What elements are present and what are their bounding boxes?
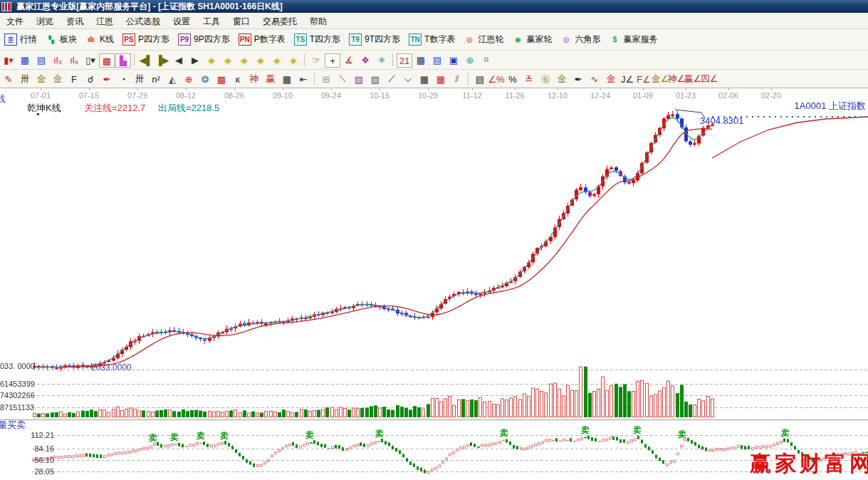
pattern-window-icon[interactable]: ▦ [17,53,33,67]
toolbar-button-六角形[interactable]: ◎六角形 [557,31,604,47]
grid-ruler-icon[interactable]: ▦ [279,72,295,86]
notes-icon[interactable]: ▤ [429,53,445,67]
span-measure-icon[interactable]: ⇤ [296,72,311,86]
title-bar[interactable]: 赢家江恩专业版[赢家内部服务平台] - [上证指数 SH1A0001-166日K… [0,0,868,13]
net-tool-icon[interactable]: ⊛ [462,53,478,67]
save-icon[interactable]: ▣ [446,53,461,67]
shen-ruler-icon[interactable]: 神 [246,72,262,86]
angle-measure-icon[interactable]: ∡ [341,53,357,67]
gold-red-icon[interactable]: 金 [603,72,619,86]
kline-type-dropdown[interactable]: ▯▾ [83,53,98,67]
percent-angle-icon[interactable]: ∠% [488,72,504,86]
list-scale-icon[interactable]: ▤ [472,72,488,86]
diamond-left-icon[interactable]: ◈ [204,53,219,67]
menu-item-交易委托[interactable]: 交易委托 [256,13,303,28]
kline-dropdown-caret[interactable]: ▼ [36,112,41,117]
menu-item-工具[interactable]: 工具 [197,13,226,28]
square-number-icon[interactable]: n² [148,72,164,86]
k-mark-icon[interactable]: ĸ [230,72,246,86]
menu-item-帮助[interactable]: 帮助 [303,13,333,28]
calculator-icon[interactable]: ▦ [413,53,429,67]
menu-item-公式选股[interactable]: 公式选股 [120,13,167,28]
fan-rays-icon[interactable]: ⟍ [335,72,350,86]
last-page-icon[interactable]: ▐▶ [155,53,170,67]
gold-angle-icon[interactable]: 金∠ [652,72,668,86]
computer-icon[interactable]: ⌗ [479,53,494,67]
hatch-box2-icon[interactable]: ▨ [367,72,383,86]
brain-pattern-icon[interactable]: ✳ [374,53,389,67]
gann-shape-icon[interactable]: ❖ [357,53,373,67]
diamond-right-icon[interactable]: ◈ [220,53,236,67]
toolbar-button-T四方形[interactable]: TST四方形 [291,31,344,47]
ying-angle-icon[interactable]: 赢∠ [685,72,701,86]
info-panel-icon[interactable]: ▤ [33,53,49,67]
toolbar-button-T数字表[interactable]: TNT数字表 [405,31,459,47]
calendar-icon[interactable]: 21 [397,53,412,68]
toolbar-button-P四方形[interactable]: PSP四方形 [119,31,173,47]
diamond-h-icon[interactable]: ◈ [236,53,252,67]
spiral-tool-icon[interactable]: ☌ [83,72,98,86]
j-angle-icon[interactable]: J∠ [619,72,635,86]
gold-ruler2-icon[interactable]: 金 [50,72,66,86]
indicator-panel-label[interactable]: 量买卖 [0,419,26,432]
next-icon[interactable]: ▶ [187,53,203,67]
window-grid-icon[interactable]: ⊞ [318,72,334,86]
ruler-tool-icon[interactable]: 卅 [17,72,33,86]
percent-lines-icon[interactable]: ≚ [521,72,537,86]
grid-red-icon[interactable]: ▦ [433,72,449,86]
gold-ruler-icon[interactable]: 金 [33,72,49,86]
f-ruler-icon[interactable]: F [66,72,82,86]
toolbar-button-9P四方形[interactable]: P99P四方形 [174,31,234,47]
kline-chart-canvas[interactable] [0,88,868,480]
trend-pen-icon[interactable]: ⟋ [384,72,399,86]
diamond-all-icon[interactable]: ◈ [286,53,301,67]
gold-circle-icon[interactable]: ㊎ [538,72,553,86]
prev-icon[interactable]: ◀ [171,53,187,67]
hand-tool-icon[interactable]: ☞ [308,53,324,67]
toolbar-button-板块[interactable]: ▚板块 [42,31,80,47]
f-angle-icon[interactable]: F∠ [636,72,652,86]
target-circle-icon[interactable]: ⊕ [181,72,197,86]
pen-tool-icon[interactable]: ✒ [99,72,115,86]
time-circle-icon[interactable]: ◔ [115,72,131,86]
grid-box-icon[interactable]: ▩ [214,72,229,86]
ink-pen-icon[interactable]: ✒ [570,72,586,86]
gold-lines-icon[interactable]: 金 [554,72,570,86]
percent-icon[interactable]: % [505,72,521,86]
menu-item-设置[interactable]: 设置 [167,13,197,28]
grid-dark-icon[interactable]: ▦ [417,72,432,86]
menu-item-江恩[interactable]: 江恩 [90,13,120,28]
mirror-tool-icon[interactable]: ◭ [164,72,180,86]
ruler2-tool-icon[interactable]: 卅 [132,72,147,86]
qiankun-kline-label[interactable]: 乾坤K线 [27,102,61,115]
hatch-box-icon[interactable]: ▨ [351,72,367,86]
crosshair-tool-icon[interactable]: + [325,53,340,68]
toolbar-button-行情[interactable]: ≣行情 [1,31,41,47]
first-page-icon[interactable]: ◀▌ [138,53,154,67]
shen-angle-icon[interactable]: 神∠ [669,72,684,86]
toolbar-button-赢家轮[interactable]: ◉赢家轮 [508,31,555,47]
toolbar-button-P数字表[interactable]: PNP数字表 [235,31,289,47]
diamond-x-icon[interactable]: ◈ [253,53,268,67]
si-angle-icon[interactable]: 四∠ [701,72,717,86]
brush-tool-icon[interactable]: ✎ [1,72,16,86]
bars-9-icon[interactable]: ıl₉ [66,53,82,67]
wave-icon[interactable]: ∿ [587,72,602,86]
toolbar-button-赢家服务[interactable]: $赢家服务 [605,31,661,47]
left-tab-label[interactable]: 线 [0,93,6,105]
toolbar-button-9T四方形[interactable]: T99T四方形 [345,31,404,47]
parallel-lines-icon[interactable]: ⫽ [449,72,465,86]
toolbar-button-K线[interactable]: ılıK线 [82,31,117,47]
qiankun-pattern-icon[interactable]: ▩ [99,53,115,68]
diamond-v-icon[interactable]: ◈ [269,53,285,67]
menu-item-浏览[interactable]: 浏览 [30,13,60,28]
menu-item-窗口[interactable]: 窗口 [226,13,256,28]
zigzag-icon[interactable]: ⌵ [400,72,416,86]
web-grid-icon[interactable]: ❂ [197,72,213,86]
menu-item-文件[interactable]: 文件 [0,13,30,28]
bars-3-icon[interactable]: ıl₃ [50,53,66,67]
ying-box-icon[interactable]: 赢 [263,72,278,86]
candle-style-dropdown[interactable]: ▮▾ [1,53,16,67]
toolbar-button-江恩轮[interactable]: ◎江恩轮 [460,31,507,47]
menu-item-资讯[interactable]: 资讯 [60,13,90,28]
